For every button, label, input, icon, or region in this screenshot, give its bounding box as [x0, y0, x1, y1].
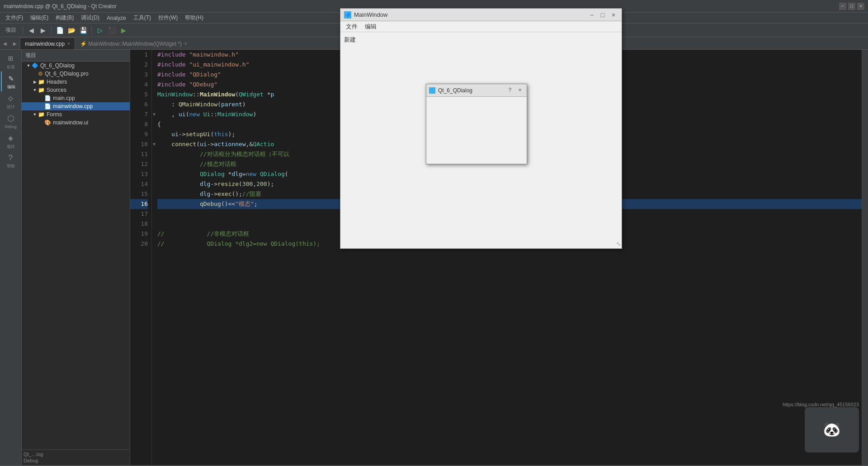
editor-scrollbar[interactable] [862, 50, 868, 465]
mainwindow-cpp-icon: 📄 [44, 103, 51, 109]
ln-11: 11 [130, 149, 148, 159]
floating-dialog[interactable]: Qt_6_QDialog ? × [426, 84, 527, 164]
tree-item-forms[interactable]: ▼ 📁 Forms [22, 110, 130, 119]
dialog-help-btn[interactable]: ? [506, 86, 514, 95]
root-label: Qt_6_QDialog [40, 62, 75, 69]
tree-item-sources[interactable]: ▼ 📁 Sources [22, 86, 130, 94]
menu-analyze[interactable]: Analyze [103, 14, 130, 22]
toolbar-separator [23, 26, 23, 35]
dialog-content [426, 97, 527, 164]
project-panel-title: 项目 [25, 52, 36, 59]
menu-debug[interactable]: 调试(D) [77, 13, 103, 23]
tab-close-func[interactable]: × [184, 41, 187, 46]
design-label: 设计 [7, 104, 15, 110]
mainwindow-cpp-label: mainwindow.cpp [53, 103, 93, 109]
dialog-title-text: Qt_6_QDialog [438, 87, 506, 94]
qt-log-label: Qt_…log [24, 452, 128, 457]
float-main-menu: 文件 编辑 [340, 21, 622, 32]
ln-3: 3 [130, 70, 148, 80]
tree-item-mainwindow-cpp[interactable]: 📄 mainwindow.cpp [22, 102, 130, 110]
float-main-minimize[interactable]: − [587, 10, 596, 19]
main-cpp-label: main.cpp [53, 95, 75, 101]
toolbar-forward-btn[interactable]: ▶ [38, 25, 48, 36]
tree-item-pro[interactable]: ⚙ Qt_6_QDialog.pro [22, 70, 130, 78]
arrow-root: ▼ [25, 63, 32, 68]
menu-build[interactable]: 构建(B) [52, 13, 77, 23]
toolbar-back-btn[interactable]: ◀ [26, 25, 37, 36]
tab-mainwindow-func[interactable]: ⚡ MainWindow::MainWindow(QWidget *) × [75, 38, 192, 49]
ln-6: 6 [130, 100, 148, 109]
dialog-close-btn[interactable]: × [516, 86, 524, 95]
tree-item-root[interactable]: ▼ 🔷 Qt_6_QDialog [22, 62, 130, 70]
forms-icon: 📁 [38, 111, 45, 118]
toolbar-open-btn[interactable]: 📂 [66, 25, 77, 36]
tab-nav-forward[interactable]: ▶ [10, 38, 20, 49]
root-icon: 🔷 [32, 62, 38, 69]
close-btn[interactable]: × [857, 3, 864, 10]
menu-file[interactable]: 文件(F) [2, 13, 27, 23]
sidebar-project-btn[interactable]: ◈ 项目 [1, 131, 21, 151]
tab-mainwindow-cpp[interactable]: mainwindow.cpp × [20, 38, 75, 49]
sidebar-debug-btn[interactable]: ⬡ Debug [1, 111, 21, 131]
toolbar-new-btn[interactable]: 📄 [54, 25, 65, 36]
mainwindow-ui-label: mainwindow.ui [53, 119, 88, 126]
main-cpp-icon: 📄 [44, 95, 51, 101]
tab-nav-back[interactable]: ◀ [0, 38, 10, 49]
ln-8: 8 [130, 119, 148, 129]
minimize-btn[interactable]: − [839, 3, 846, 10]
float-main-close[interactable]: × [609, 10, 618, 19]
bear-watermark: 🐼 [805, 407, 859, 452]
welcome-label: 欢迎 [7, 64, 15, 70]
project-panel-header: 项目 [22, 50, 130, 62]
tab-label-func: ⚡ MainWindow::MainWindow(QWidget *) [80, 41, 182, 47]
menu-edit[interactable]: 编辑(E) [27, 13, 52, 23]
menu-controls[interactable]: 控件(W) [155, 13, 181, 23]
edit-icon: ✎ [9, 73, 14, 83]
toolbar-run-btn[interactable]: ▶ [118, 25, 129, 36]
ln-10: 10 [130, 139, 148, 149]
window-controls: − □ × [839, 3, 864, 10]
design-icon: ◇ [8, 93, 13, 103]
float-main-maximize[interactable]: □ [598, 10, 607, 19]
resize-handle[interactable]: ⤡ [616, 241, 621, 247]
float-menu-edit[interactable]: 编辑 [361, 23, 380, 31]
tree-item-mainwindow-ui[interactable]: 🎨 mainwindow.ui [22, 119, 130, 127]
toolbar-separator2 [51, 26, 52, 35]
line-numbers: 1 2 3 4 5 6 7 8 9 10 11 12 13 14 15 16 1… [130, 50, 152, 465]
qt-debug-label: Debug [24, 458, 128, 463]
toolbar-build-btn[interactable]: ▷ [94, 25, 105, 36]
ln-13: 13 [130, 169, 148, 179]
ln-2: 2 [130, 60, 148, 70]
float-main-icon: 🔷 [344, 11, 351, 19]
arrow-sources: ▼ [32, 88, 38, 92]
sidebar-welcome-btn[interactable]: ⊞ 欢迎 [1, 52, 21, 71]
tab-close-mainwindow[interactable]: × [67, 41, 70, 46]
tree-item-main-cpp[interactable]: 📄 main.cpp [22, 94, 130, 102]
help-label: 帮助 [7, 163, 15, 169]
sidebar-help-btn[interactable]: ? 帮助 [1, 151, 21, 171]
mainwindow-ui-icon: 🎨 [44, 119, 51, 126]
dialog-icon [429, 87, 435, 94]
sidebar-edit-btn[interactable]: ✎ 编辑 [1, 71, 21, 91]
menu-help[interactable]: 帮助(H) [181, 13, 207, 23]
window-title: mainwindow.cpp @ Qt_6_QDialog - Qt Creat… [4, 3, 117, 10]
float-main-title: MainWindow [354, 11, 587, 18]
toolbar-debug-btn[interactable]: ⬛ [106, 25, 117, 36]
headers-label: Headers [47, 79, 67, 85]
float-menu-file[interactable]: 文件 [342, 23, 361, 31]
float-new-label: 新建 [344, 36, 356, 43]
fold-arrow-7: ▼ [153, 109, 156, 119]
ln-9: 9 [130, 129, 148, 139]
ln-18: 18 [130, 219, 148, 229]
sidebar-icon-panel: ⊞ 欢迎 ✎ 编辑 ◇ 设计 ⬡ Debug ◈ 项目 ? 帮助 [0, 50, 22, 465]
project-label2: 项目 [7, 144, 15, 150]
maximize-btn[interactable]: □ [848, 3, 855, 10]
project-icon: ◈ [8, 133, 13, 143]
menu-tools[interactable]: 工具(T) [130, 13, 155, 23]
ln-19: 19 [130, 229, 148, 239]
sidebar-design-btn[interactable]: ◇ 设计 [1, 91, 21, 111]
toolbar-save-btn[interactable]: 💾 [78, 25, 89, 36]
tree-item-headers[interactable]: ▶ 📁 Headers [22, 78, 130, 86]
ln-12: 12 [130, 159, 148, 169]
ln-20: 20 [130, 239, 148, 249]
